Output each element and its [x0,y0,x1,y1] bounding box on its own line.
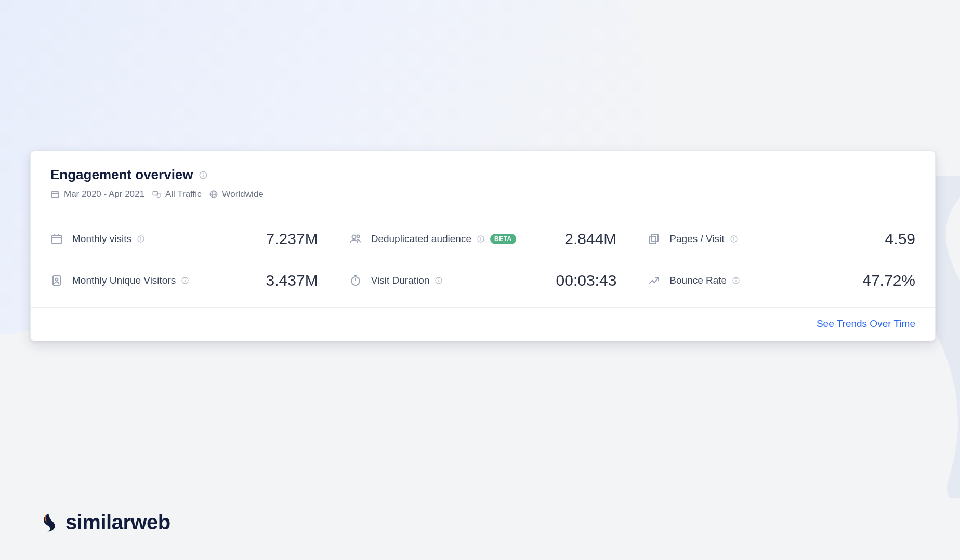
pages-icon [648,233,660,245]
metric-visit-duration: Visit Duration 00:03:43 [349,272,617,289]
svg-point-19 [352,235,356,239]
metric-value: 47.72% [862,272,915,289]
calendar-icon [50,190,60,199]
metric-value: 7.237M [266,230,318,248]
similarweb-logo-icon [37,512,59,534]
svg-point-23 [481,237,481,238]
engagement-overview-card: Engagement overview Mar 2020 - Apr 2021 [30,151,936,341]
info-icon[interactable] [732,276,740,285]
metric-label: Pages / Visit [669,233,724,245]
traffic-label: All Traffic [165,189,202,199]
card-header: Engagement overview Mar 2020 - Apr 2021 [31,151,935,212]
svg-point-28 [733,237,734,238]
info-icon[interactable] [477,235,485,243]
metric-label: Visit Duration [371,275,430,286]
metric-value: 4.59 [885,230,915,248]
svg-rect-25 [650,236,656,244]
svg-rect-24 [652,234,658,242]
metric-value: 3.437M [266,272,318,289]
metric-label: Bounce Rate [669,275,727,286]
metric-pages-per-visit: Pages / Visit 4.59 [648,230,915,248]
metric-label: Monthly Unique Visitors [72,275,176,286]
svg-rect-12 [52,235,61,244]
metric-label: Monthly visits [72,233,131,245]
svg-point-30 [56,278,58,281]
users-icon [349,233,362,245]
traffic-filter[interactable]: All Traffic [152,189,202,199]
globe-icon [209,190,218,199]
metric-monthly-unique-visitors: Monthly Unique Visitors 3.437M [50,272,318,289]
region-filter[interactable]: Worldwide [209,189,264,199]
calendar-icon [50,233,63,245]
metric-monthly-visits: Monthly visits 7.237M [50,230,318,248]
card-title: Engagement overview [50,167,193,183]
svg-rect-3 [51,192,59,198]
date-range-filter[interactable]: Mar 2020 - Apr 2021 [50,189,144,199]
svg-point-20 [357,235,359,238]
date-range-label: Mar 2020 - Apr 2021 [64,189,144,199]
svg-point-2 [203,173,203,174]
metrics-grid: Monthly visits 7.237M Deduplicated audie… [31,212,935,308]
info-icon[interactable] [181,276,189,285]
info-icon[interactable] [137,235,145,243]
metric-deduplicated-audience: Deduplicated audience BETA 2.844M [349,230,617,248]
see-trends-link[interactable]: See Trends Over Time [817,318,915,329]
beta-badge: BETA [490,234,516,244]
card-footer: See Trends Over Time [31,308,935,341]
devices-icon [152,190,161,199]
brand-logo: similarweb [37,511,170,534]
info-icon[interactable] [199,170,208,180]
metric-label: Deduplicated audience [371,233,471,245]
region-label: Worldwide [222,189,264,199]
info-icon[interactable] [435,276,443,285]
brand-name: similarweb [65,511,170,534]
id-card-icon [50,274,63,287]
svg-point-18 [141,237,141,238]
svg-point-43 [736,279,737,279]
svg-point-40 [439,279,439,279]
bounce-icon [648,274,660,287]
metric-value: 2.844M [564,230,616,248]
info-icon[interactable] [730,235,738,243]
metric-value: 00:03:43 [556,272,617,289]
stopwatch-icon [349,274,362,287]
filters-row: Mar 2020 - Apr 2021 All Traffic Worldwid… [50,189,915,199]
svg-point-33 [185,279,186,279]
metric-bounce-rate: Bounce Rate 47.72% [648,272,915,289]
